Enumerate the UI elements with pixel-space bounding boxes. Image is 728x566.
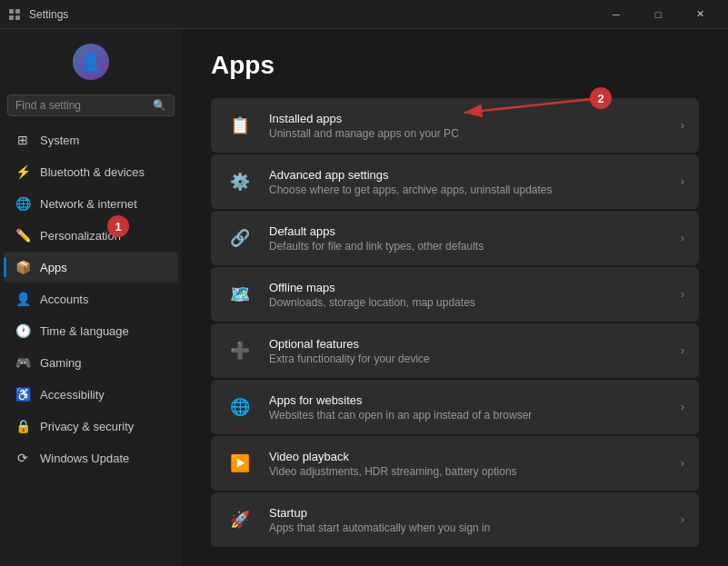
svg-rect-2 [9,15,14,20]
settings-item-video-playback[interactable]: ▶️ Video playback Video adjustments, HDR… [211,436,699,491]
maximize-button[interactable]: □ [637,0,679,29]
settings-text-startup: Startup Apps that start automatically wh… [269,506,681,534]
settings-icon-video-playback: ▶️ [225,449,254,478]
titlebar-controls: ─ □ ✕ [595,0,721,29]
search-input[interactable] [15,99,149,112]
chevron-right-icon-installed-apps: › [681,119,684,132]
sidebar-item-personalization[interactable]: ✏️ Personalization [4,220,178,251]
svg-rect-0 [9,9,14,14]
annotation-badge-1: 1 [107,215,129,237]
settings-title-apps-for-websites: Apps for websites [269,393,681,407]
nav-label-accessibility: Accessibility [40,388,105,402]
chevron-right-icon-advanced-app-settings: › [681,175,684,188]
settings-title-default-apps: Default apps [269,224,681,238]
settings-item-default-apps[interactable]: 🔗 Default apps Defaults for file and lin… [211,211,699,265]
sidebar-item-bluetooth[interactable]: ⚡ Bluetooth & devices [4,156,178,187]
settings-item-advanced-app-settings[interactable]: ⚙️ Advanced app settings Choose where to… [211,154,699,209]
settings-title-offline-maps: Offline maps [269,281,681,294]
nav-label-network: Network & internet [40,197,137,211]
settings-icon-advanced-app-settings: ⚙️ [225,167,254,196]
settings-desc-apps-for-websites: Websites that can open in an app instead… [269,409,681,422]
nav-label-gaming: Gaming [40,356,82,370]
nav-icon-system: ⊞ [15,132,31,148]
titlebar: Settings ─ □ ✕ [0,0,728,29]
settings-item-startup[interactable]: 🚀 Startup Apps that start automatically … [211,492,699,547]
main-layout: 👤 🔍 ⊞ System ⚡ Bluetooth & devices 🌐 Net… [0,29,728,566]
settings-text-optional-features: Optional features Extra functionality fo… [269,337,681,365]
settings-icon-apps-for-websites: 🌐 [225,392,254,422]
settings-desc-startup: Apps that start automatically when you s… [269,521,681,534]
nav-items-container: ⊞ System ⚡ Bluetooth & devices 🌐 Network… [0,124,182,474]
settings-desc-video-playback: Video adjustments, HDR streaming, batter… [269,465,681,478]
settings-text-video-playback: Video playback Video adjustments, HDR st… [269,450,681,478]
chevron-right-icon-default-apps: › [681,232,684,244]
nav-label-update: Windows Update [40,452,129,465]
settings-title-startup: Startup [269,506,681,520]
nav-label-accounts: Accounts [40,293,88,306]
nav-icon-gaming: 🎮 [15,354,31,371]
settings-text-installed-apps: Installed apps Uninstall and manage apps… [269,112,681,140]
settings-title-optional-features: Optional features [269,337,681,351]
settings-item-offline-maps[interactable]: 🗺️ Offline maps Downloads, storage locat… [211,267,699,322]
search-icon: 🔍 [153,99,166,112]
settings-icon-optional-features: ➕ [225,336,254,365]
avatar: 👤 [73,44,109,80]
sidebar-item-network[interactable]: 🌐 Network & internet [4,188,178,219]
content-area: Apps 📋 Installed apps Uninstall and mana… [182,29,728,566]
chevron-right-icon-optional-features: › [681,344,684,357]
sidebar-item-update[interactable]: ⟳ Windows Update [4,442,178,473]
nav-icon-time: 🕐 [15,323,31,339]
nav-icon-privacy: 🔒 [15,418,31,434]
nav-label-bluetooth: Bluetooth & devices [40,165,145,179]
settings-icon-startup: 🚀 [225,505,254,534]
nav-icon-accessibility: ♿ [15,386,31,402]
nav-icon-apps: 📦 [15,259,31,275]
settings-item-optional-features[interactable]: ➕ Optional features Extra functionality … [211,323,699,378]
svg-rect-1 [15,9,20,14]
nav-icon-accounts: 👤 [15,291,31,307]
minimize-button[interactable]: ─ [595,0,637,29]
settings-desc-optional-features: Extra functionality for your device [269,353,681,365]
sidebar: 👤 🔍 ⊞ System ⚡ Bluetooth & devices 🌐 Net… [0,29,182,566]
settings-desc-default-apps: Defaults for file and link types, other … [269,240,681,253]
nav-icon-personalization: ✏️ [15,227,31,243]
settings-icon-offline-maps: 🗺️ [225,280,254,309]
settings-list: 📋 Installed apps Uninstall and manage ap… [211,98,699,547]
settings-text-offline-maps: Offline maps Downloads, storage location… [269,281,681,309]
settings-text-advanced-app-settings: Advanced app settings Choose where to ge… [269,168,681,196]
settings-title-advanced-app-settings: Advanced app settings [269,168,681,182]
sidebar-item-system[interactable]: ⊞ System [4,124,178,155]
nav-icon-bluetooth: ⚡ [15,164,31,180]
sidebar-item-accounts[interactable]: 👤 Accounts [4,283,178,314]
sidebar-item-apps[interactable]: 📦 Apps [4,252,178,283]
settings-icon-installed-apps: 📋 [225,111,254,140]
search-box[interactable]: 🔍 [7,94,175,116]
settings-title-video-playback: Video playback [269,450,681,463]
settings-text-default-apps: Default apps Defaults for file and link … [269,224,681,253]
chevron-right-icon-video-playback: › [681,457,684,470]
nav-icon-network: 🌐 [15,195,31,212]
svg-rect-3 [15,15,20,20]
annotation-badge-2: 2 [590,87,612,109]
sidebar-item-time[interactable]: 🕐 Time & language [4,315,178,346]
chevron-right-icon-offline-maps: › [681,288,684,301]
settings-item-apps-for-websites[interactable]: 🌐 Apps for websites Websites that can op… [211,380,699,434]
sidebar-item-gaming[interactable]: 🎮 Gaming [4,347,178,378]
chevron-right-icon-apps-for-websites: › [681,401,684,413]
settings-item-installed-apps[interactable]: 📋 Installed apps Uninstall and manage ap… [211,98,699,153]
settings-title-installed-apps: Installed apps [269,112,681,125]
settings-text-apps-for-websites: Apps for websites Websites that can open… [269,393,681,422]
nav-icon-update: ⟳ [15,450,31,466]
settings-desc-offline-maps: Downloads, storage location, map updates [269,296,681,309]
close-button[interactable]: ✕ [679,0,721,29]
sidebar-item-accessibility[interactable]: ♿ Accessibility [4,379,178,410]
sidebar-item-privacy[interactable]: 🔒 Privacy & security [4,411,178,442]
settings-icon-default-apps: 🔗 [225,223,254,253]
nav-label-time: Time & language [40,324,129,338]
settings-desc-advanced-app-settings: Choose where to get apps, archive apps, … [269,184,681,196]
nav-label-system: System [40,134,79,147]
nav-label-apps: Apps [40,261,67,274]
titlebar-title: Settings [29,8,595,21]
chevron-right-icon-startup: › [681,513,684,526]
settings-desc-installed-apps: Uninstall and manage apps on your PC [269,127,681,140]
